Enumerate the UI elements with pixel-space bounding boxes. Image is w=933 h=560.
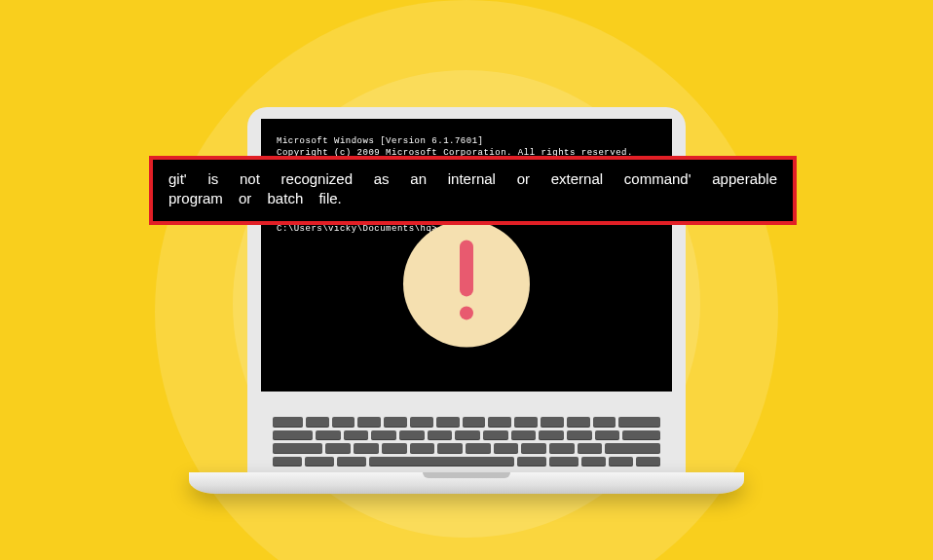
- laptop-keyboard-deck: [247, 409, 686, 472]
- terminal-prompt: C:\Users\vicky\Documents\hq>: [277, 224, 437, 234]
- warning-icon: [403, 220, 530, 347]
- exclamation-body: [460, 240, 473, 296]
- laptop-screen-bezel: Microsoft Windows [Version 6.1.7601] Cop…: [247, 107, 686, 409]
- exclamation-dot: [460, 306, 473, 319]
- terminal-version-line: Microsoft Windows [Version 6.1.7601]: [277, 136, 483, 146]
- laptop-hinge-notch: [423, 472, 510, 478]
- keyboard-keys: [273, 417, 660, 467]
- error-message-text: git' is not recognized as an internal or…: [168, 170, 777, 206]
- terminal-screen: Microsoft Windows [Version 6.1.7601] Cop…: [261, 119, 672, 392]
- laptop-base: [189, 472, 744, 494]
- error-message-callout: git' is not recognized as an internal or…: [149, 156, 797, 225]
- laptop-illustration: Microsoft Windows [Version 6.1.7601] Cop…: [247, 107, 686, 494]
